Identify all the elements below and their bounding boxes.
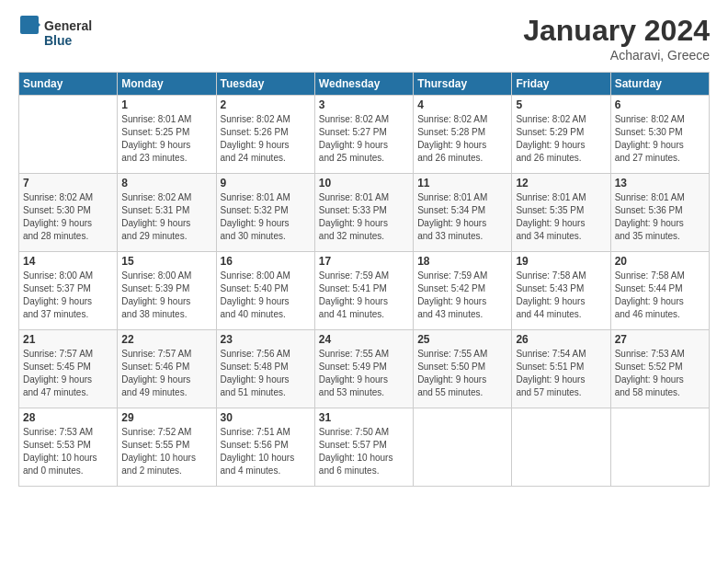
table-row <box>19 96 118 174</box>
table-row: 6Sunrise: 8:02 AM Sunset: 5:30 PM Daylig… <box>610 96 709 174</box>
day-number: 9 <box>221 177 311 190</box>
day-number: 12 <box>516 177 606 190</box>
day-info: Sunrise: 8:02 AM Sunset: 5:29 PM Dayligh… <box>516 113 606 165</box>
day-info: Sunrise: 7:53 AM Sunset: 5:53 PM Dayligh… <box>23 426 113 477</box>
table-row: 3Sunrise: 8:02 AM Sunset: 5:27 PM Daylig… <box>314 96 413 174</box>
table-row: 2Sunrise: 8:02 AM Sunset: 5:26 PM Daylig… <box>216 96 314 174</box>
day-number: 15 <box>121 255 211 268</box>
day-number: 17 <box>319 255 409 268</box>
table-row: 14Sunrise: 8:00 AM Sunset: 5:37 PM Dayli… <box>19 252 118 330</box>
table-row: 23Sunrise: 7:56 AM Sunset: 5:48 PM Dayli… <box>216 330 314 408</box>
day-info: Sunrise: 7:57 AM Sunset: 5:45 PM Dayligh… <box>23 348 113 399</box>
table-row: 25Sunrise: 7:55 AM Sunset: 5:50 PM Dayli… <box>414 330 512 408</box>
day-number: 19 <box>516 255 606 268</box>
table-row: 19Sunrise: 7:58 AM Sunset: 5:43 PM Dayli… <box>512 252 610 330</box>
day-info: Sunrise: 8:02 AM Sunset: 5:27 PM Dayligh… <box>319 113 409 165</box>
calendar-week-row: 21Sunrise: 7:57 AM Sunset: 5:45 PM Dayli… <box>19 330 710 408</box>
day-info: Sunrise: 8:01 AM Sunset: 5:34 PM Dayligh… <box>417 191 507 243</box>
day-number: 27 <box>615 333 705 346</box>
table-row: 20Sunrise: 7:58 AM Sunset: 5:44 PM Dayli… <box>610 252 709 330</box>
calendar-header-row: Sunday Monday Tuesday Wednesday Thursday… <box>19 73 710 96</box>
page-header: GeneralBlue January 2024 Acharavi, Greec… <box>18 14 710 63</box>
table-row: 12Sunrise: 8:01 AM Sunset: 5:35 PM Dayli… <box>512 174 610 252</box>
day-info: Sunrise: 7:56 AM Sunset: 5:48 PM Dayligh… <box>221 348 311 399</box>
header-monday: Monday <box>118 73 216 96</box>
day-info: Sunrise: 7:55 AM Sunset: 5:50 PM Dayligh… <box>417 348 507 399</box>
table-row: 10Sunrise: 8:01 AM Sunset: 5:33 PM Dayli… <box>314 174 413 252</box>
table-row: 31Sunrise: 7:50 AM Sunset: 5:57 PM Dayli… <box>314 408 413 487</box>
logo-graphic: GeneralBlue <box>18 14 92 55</box>
day-number: 25 <box>417 333 507 346</box>
day-number: 6 <box>615 98 705 111</box>
table-row: 28Sunrise: 7:53 AM Sunset: 5:53 PM Dayli… <box>19 408 118 487</box>
day-number: 1 <box>121 98 211 111</box>
day-info: Sunrise: 8:01 AM Sunset: 5:36 PM Dayligh… <box>615 191 705 243</box>
header-friday: Friday <box>512 73 610 96</box>
day-info: Sunrise: 7:54 AM Sunset: 5:51 PM Dayligh… <box>516 348 606 399</box>
day-number: 8 <box>121 177 211 190</box>
day-number: 3 <box>319 98 409 111</box>
day-info: Sunrise: 7:58 AM Sunset: 5:43 PM Dayligh… <box>516 270 606 321</box>
day-info: Sunrise: 7:58 AM Sunset: 5:44 PM Dayligh… <box>615 270 705 321</box>
day-number: 10 <box>319 177 409 190</box>
table-row: 24Sunrise: 7:55 AM Sunset: 5:49 PM Dayli… <box>314 330 413 408</box>
day-number: 26 <box>516 333 606 346</box>
table-row: 1Sunrise: 8:01 AM Sunset: 5:25 PM Daylig… <box>118 96 216 174</box>
table-row: 16Sunrise: 8:00 AM Sunset: 5:40 PM Dayli… <box>216 252 314 330</box>
calendar-week-row: 14Sunrise: 8:00 AM Sunset: 5:37 PM Dayli… <box>19 252 710 330</box>
table-row <box>414 408 512 487</box>
table-row: 9Sunrise: 8:01 AM Sunset: 5:32 PM Daylig… <box>216 174 314 252</box>
day-info: Sunrise: 7:59 AM Sunset: 5:42 PM Dayligh… <box>417 270 507 321</box>
header-wednesday: Wednesday <box>314 73 413 96</box>
day-info: Sunrise: 8:02 AM Sunset: 5:30 PM Dayligh… <box>23 191 113 243</box>
table-row: 5Sunrise: 8:02 AM Sunset: 5:29 PM Daylig… <box>512 96 610 174</box>
day-info: Sunrise: 7:59 AM Sunset: 5:41 PM Dayligh… <box>319 270 409 321</box>
day-number: 20 <box>615 255 705 268</box>
day-number: 21 <box>23 333 113 346</box>
day-info: Sunrise: 8:01 AM Sunset: 5:35 PM Dayligh… <box>516 191 606 243</box>
day-number: 2 <box>221 98 311 111</box>
table-row: 4Sunrise: 8:02 AM Sunset: 5:28 PM Daylig… <box>414 96 512 174</box>
table-row: 27Sunrise: 7:53 AM Sunset: 5:52 PM Dayli… <box>610 330 709 408</box>
title-block: January 2024 Acharavi, Greece <box>523 14 710 63</box>
day-number: 31 <box>319 411 409 424</box>
table-row <box>610 408 709 487</box>
day-number: 7 <box>23 177 113 190</box>
day-info: Sunrise: 7:52 AM Sunset: 5:55 PM Dayligh… <box>121 426 211 477</box>
calendar-week-row: 1Sunrise: 8:01 AM Sunset: 5:25 PM Daylig… <box>19 96 710 174</box>
table-row: 29Sunrise: 7:52 AM Sunset: 5:55 PM Dayli… <box>118 408 216 487</box>
calendar-week-row: 7Sunrise: 8:02 AM Sunset: 5:30 PM Daylig… <box>19 174 710 252</box>
day-info: Sunrise: 8:02 AM Sunset: 5:26 PM Dayligh… <box>221 113 311 165</box>
day-info: Sunrise: 7:51 AM Sunset: 5:56 PM Dayligh… <box>221 426 311 477</box>
day-number: 22 <box>121 333 211 346</box>
day-info: Sunrise: 8:01 AM Sunset: 5:33 PM Dayligh… <box>319 191 409 243</box>
location: Acharavi, Greece <box>523 48 710 63</box>
table-row: 11Sunrise: 8:01 AM Sunset: 5:34 PM Dayli… <box>414 174 512 252</box>
table-row: 22Sunrise: 7:57 AM Sunset: 5:46 PM Dayli… <box>118 330 216 408</box>
table-row: 7Sunrise: 8:02 AM Sunset: 5:30 PM Daylig… <box>19 174 118 252</box>
day-info: Sunrise: 7:57 AM Sunset: 5:46 PM Dayligh… <box>121 348 211 399</box>
month-title: January 2024 <box>523 14 710 48</box>
table-row <box>512 408 610 487</box>
day-number: 18 <box>417 255 507 268</box>
day-number: 13 <box>615 177 705 190</box>
day-number: 24 <box>319 333 409 346</box>
day-info: Sunrise: 8:01 AM Sunset: 5:32 PM Dayligh… <box>221 191 311 243</box>
table-row: 17Sunrise: 7:59 AM Sunset: 5:41 PM Dayli… <box>314 252 413 330</box>
day-info: Sunrise: 7:53 AM Sunset: 5:52 PM Dayligh… <box>615 348 705 399</box>
day-info: Sunrise: 7:50 AM Sunset: 5:57 PM Dayligh… <box>319 426 409 477</box>
day-number: 29 <box>121 411 211 424</box>
svg-text:General: General <box>44 18 92 33</box>
table-row: 13Sunrise: 8:01 AM Sunset: 5:36 PM Dayli… <box>610 174 709 252</box>
day-number: 28 <box>23 411 113 424</box>
day-number: 5 <box>516 98 606 111</box>
svg-text:Blue: Blue <box>44 33 73 48</box>
table-row: 15Sunrise: 8:00 AM Sunset: 5:39 PM Dayli… <box>118 252 216 330</box>
table-row: 30Sunrise: 7:51 AM Sunset: 5:56 PM Dayli… <box>216 408 314 487</box>
day-info: Sunrise: 8:02 AM Sunset: 5:28 PM Dayligh… <box>417 113 507 165</box>
logo: GeneralBlue <box>18 14 92 55</box>
day-number: 4 <box>417 98 507 111</box>
table-row: 21Sunrise: 7:57 AM Sunset: 5:45 PM Dayli… <box>19 330 118 408</box>
day-info: Sunrise: 8:00 AM Sunset: 5:40 PM Dayligh… <box>221 270 311 321</box>
day-info: Sunrise: 8:01 AM Sunset: 5:25 PM Dayligh… <box>121 113 211 165</box>
